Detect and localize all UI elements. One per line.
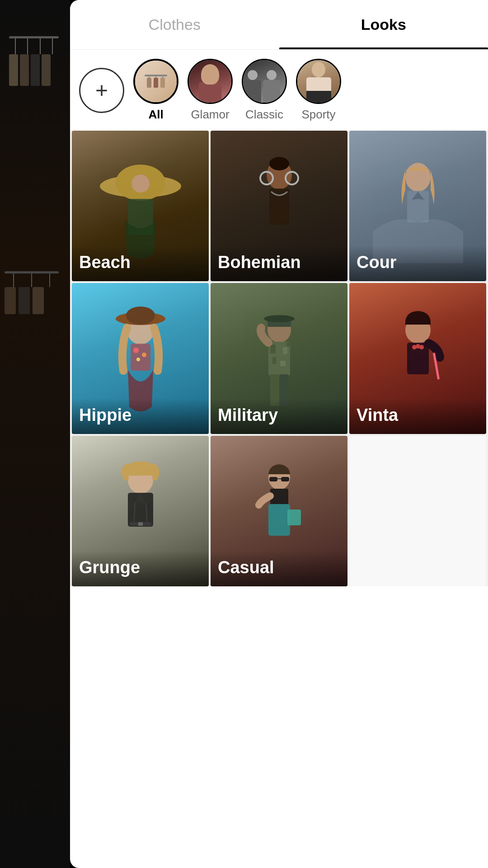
svg-rect-34 <box>286 343 291 346</box>
tab-looks[interactable]: Looks <box>279 0 488 49</box>
svg-rect-55 <box>287 509 300 525</box>
style-card-country[interactable]: Cour <box>349 131 486 281</box>
svg-rect-31 <box>272 357 276 364</box>
category-circle-all <box>133 59 178 104</box>
category-classic[interactable]: Classic <box>242 59 287 122</box>
clothes-rack-icon <box>142 68 169 95</box>
category-filter: + All <box>70 50 488 131</box>
category-all-label: All <box>148 108 163 122</box>
military-label: Military <box>211 398 347 434</box>
svg-point-41 <box>419 345 423 349</box>
vintage-label: Vinta <box>349 398 486 434</box>
category-glamor[interactable]: Glamor <box>188 59 233 122</box>
svg-rect-30 <box>282 347 287 354</box>
style-card-hippie[interactable]: Hippie <box>72 283 209 434</box>
svg-rect-15 <box>269 189 289 225</box>
svg-rect-48 <box>138 522 143 526</box>
svg-point-24 <box>136 358 140 361</box>
pagination-dot-0[interactable] <box>222 834 230 841</box>
svg-rect-51 <box>281 477 289 481</box>
svg-point-10 <box>131 175 150 193</box>
style-card-casual[interactable]: Casual <box>211 436 347 586</box>
category-sporty[interactable]: Sporty <box>296 59 341 122</box>
category-circle-sporty <box>296 59 341 104</box>
category-glamor-label: Glamor <box>191 108 229 122</box>
hippie-label: Hippie <box>72 398 209 434</box>
svg-point-23 <box>141 353 146 357</box>
svg-rect-54 <box>268 504 290 536</box>
svg-rect-32 <box>280 361 285 366</box>
style-card-military[interactable]: Military <box>211 283 347 434</box>
style-card-vintage[interactable]: Vinta <box>349 283 486 434</box>
pagination-dot-1[interactable] <box>237 834 251 841</box>
style-grid: Beach Bohemian <box>70 131 488 586</box>
add-category-button[interactable]: + <box>79 68 124 113</box>
pagination <box>0 834 488 841</box>
category-classic-label: Classic <box>245 108 283 122</box>
tab-clothes[interactable]: Clothes <box>70 0 279 49</box>
svg-rect-4 <box>147 78 151 88</box>
casual-label: Casual <box>211 551 347 586</box>
style-card-beach[interactable]: Beach <box>72 131 209 281</box>
bohemian-label: Bohemian <box>211 245 347 281</box>
category-circle-glamor <box>188 59 233 104</box>
style-card-empty <box>349 436 486 586</box>
svg-rect-5 <box>154 78 158 88</box>
beach-label: Beach <box>72 245 209 281</box>
svg-rect-50 <box>269 477 277 481</box>
category-all[interactable]: All <box>133 59 178 122</box>
grunge-label: Grunge <box>72 551 209 586</box>
tabs-bar: Clothes Looks <box>70 0 488 50</box>
svg-point-22 <box>133 348 139 353</box>
svg-point-20 <box>126 307 155 325</box>
svg-rect-6 <box>160 78 165 88</box>
category-circle-classic <box>242 59 287 104</box>
pagination-dot-2[interactable] <box>258 834 266 841</box>
style-card-grunge[interactable]: Grunge <box>72 436 209 586</box>
country-label: Cour <box>349 245 486 281</box>
category-sporty-label: Sporty <box>301 108 335 122</box>
style-card-bohemian[interactable]: Bohemian <box>211 131 347 281</box>
main-panel: Clothes Looks + <box>70 0 488 868</box>
svg-rect-21 <box>131 344 150 371</box>
svg-point-27 <box>264 315 295 322</box>
